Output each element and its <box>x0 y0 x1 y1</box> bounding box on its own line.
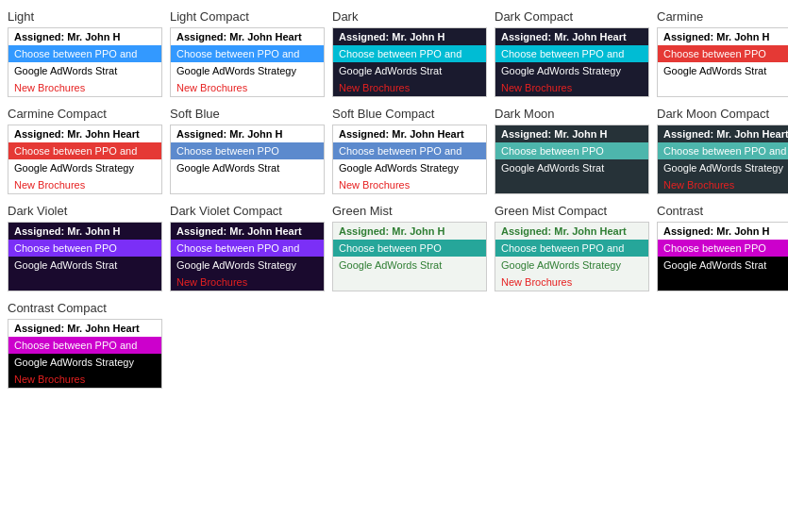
theme-title: Contrast <box>657 202 788 220</box>
preview-row-normal: Google AdWords Strat <box>658 62 788 79</box>
theme-preview: Assigned: Mr. John HChoose between PPOGo… <box>332 222 487 291</box>
theme-block-green-mist[interactable]: Green MistAssigned: Mr. John HChoose bet… <box>332 202 487 291</box>
preview-row-selected: Choose between PPO <box>8 240 161 257</box>
theme-preview: Assigned: Mr. John HeartChoose between P… <box>495 27 649 97</box>
preview-row-assigned: Assigned: Mr. John Heart <box>8 320 161 337</box>
theme-preview: Assigned: Mr. John HeartChoose between P… <box>332 125 487 194</box>
preview-row-normal: Google AdWords Strat <box>8 62 161 79</box>
preview-row-assigned: Assigned: Mr. John H <box>658 223 788 240</box>
theme-block-dark-violet-compact[interactable]: Dark Violet CompactAssigned: Mr. John He… <box>170 202 325 291</box>
preview-row-assigned: Assigned: Mr. John H <box>171 125 324 142</box>
preview-row-assigned: Assigned: Mr. John H <box>333 28 486 45</box>
preview-row-selected: Choose between PPO and <box>333 45 486 62</box>
theme-preview: Assigned: Mr. John HeartChoose between P… <box>170 222 325 291</box>
preview-row-selected: Choose between PPO <box>495 142 648 159</box>
preview-row-normal: Google AdWords Strat <box>171 159 324 176</box>
theme-preview: Assigned: Mr. John HChoose between PPOGo… <box>657 27 788 97</box>
theme-title: Light <box>8 8 162 25</box>
preview-row-selected: Choose between PPO and <box>333 142 486 159</box>
preview-row-normal: New Brochures <box>333 176 486 193</box>
preview-row-assigned: Assigned: Mr. John H <box>495 125 648 142</box>
preview-row-assigned: Assigned: Mr. John Heart <box>8 125 161 142</box>
preview-row-selected: Choose between PPO and <box>8 142 161 159</box>
preview-row-assigned: Assigned: Mr. John Heart <box>171 223 324 240</box>
preview-row-normal: Google AdWords Strat <box>495 159 648 176</box>
preview-row-normal: Google AdWords Strat <box>333 62 486 79</box>
theme-block-contrast[interactable]: ContrastAssigned: Mr. John HChoose betwe… <box>657 202 788 291</box>
preview-row-normal: Google AdWords Strategy <box>333 159 486 176</box>
preview-row-assigned: Assigned: Mr. John Heart <box>171 28 324 45</box>
theme-block-dark-violet[interactable]: Dark VioletAssigned: Mr. John HChoose be… <box>8 202 162 291</box>
preview-row-selected: Choose between PPO and <box>8 337 161 354</box>
theme-block-light-compact[interactable]: Light CompactAssigned: Mr. John HeartCho… <box>170 8 325 97</box>
theme-title: Carmine <box>657 8 788 25</box>
theme-block-dark-moon-compact[interactable]: Dark Moon CompactAssigned: Mr. John Hear… <box>657 105 788 194</box>
theme-block-contrast-compact[interactable]: Contrast CompactAssigned: Mr. John Heart… <box>8 299 162 389</box>
preview-row-assigned: Assigned: Mr. John Heart <box>495 28 648 45</box>
preview-row-assigned: Assigned: Mr. John H <box>8 28 161 45</box>
theme-preview: Assigned: Mr. John HeartChoose between P… <box>8 125 162 194</box>
theme-block-dark[interactable]: DarkAssigned: Mr. John HChoose between P… <box>332 8 487 97</box>
theme-title: Dark Compact <box>495 8 649 25</box>
theme-block-dark-compact[interactable]: Dark CompactAssigned: Mr. John HeartChoo… <box>495 8 649 97</box>
theme-preview: Assigned: Mr. John HeartChoose between P… <box>657 125 788 194</box>
theme-preview: Assigned: Mr. John HChoose between PPOGo… <box>8 222 162 291</box>
theme-block-dark-moon[interactable]: Dark MoonAssigned: Mr. John HChoose betw… <box>495 105 649 194</box>
theme-title: Green Mist <box>332 202 487 220</box>
preview-row-normal: Google AdWords Strategy <box>658 159 788 176</box>
preview-row-selected: Choose between PPO and <box>171 240 324 257</box>
preview-row-normal: New Brochures <box>171 274 324 291</box>
theme-block-soft-blue-compact[interactable]: Soft Blue CompactAssigned: Mr. John Hear… <box>332 105 487 194</box>
preview-row-normal: Google AdWords Strat <box>333 257 486 274</box>
theme-block-carmine[interactable]: CarmineAssigned: Mr. John HChoose betwee… <box>657 8 788 97</box>
preview-row-normal: New Brochures <box>171 79 324 96</box>
theme-title: Soft Blue Compact <box>332 105 487 123</box>
preview-row-normal: Google AdWords Strategy <box>495 257 648 274</box>
preview-row-normal: New Brochures <box>658 176 788 193</box>
preview-row-normal: Google AdWords Strategy <box>495 62 648 79</box>
preview-row-normal: Google AdWords Strategy <box>171 257 324 274</box>
theme-preview: Assigned: Mr. John HChoose between PPOGo… <box>657 222 788 291</box>
preview-row-assigned: Assigned: Mr. John H <box>8 223 161 240</box>
preview-row-selected: Choose between PPO and <box>8 45 161 62</box>
preview-row-selected: Choose between PPO and <box>495 240 648 257</box>
preview-row-selected: Choose between PPO and <box>495 45 648 62</box>
theme-title: Green Mist Compact <box>495 202 649 220</box>
theme-preview: Assigned: Mr. John HeartChoose between P… <box>495 222 649 291</box>
preview-row-selected: Choose between PPO and <box>658 142 788 159</box>
theme-title: Carmine Compact <box>8 105 162 123</box>
theme-title: Soft Blue <box>170 105 325 123</box>
preview-row-assigned: Assigned: Mr. John Heart <box>658 125 788 142</box>
theme-preview: Assigned: Mr. John HChoose between PPOGo… <box>170 125 325 194</box>
preview-row-assigned: Assigned: Mr. John H <box>658 28 788 45</box>
preview-row-assigned: Assigned: Mr. John Heart <box>333 125 486 142</box>
theme-preview: Assigned: Mr. John HChoose between PPOGo… <box>495 125 649 194</box>
themes-grid: LightAssigned: Mr. John HChoose between … <box>8 8 780 389</box>
theme-preview: Assigned: Mr. John HChoose between PPO a… <box>332 27 487 97</box>
theme-preview: Assigned: Mr. John HeartChoose between P… <box>170 27 325 97</box>
preview-row-selected: Choose between PPO <box>658 45 788 62</box>
theme-block-carmine-compact[interactable]: Carmine CompactAssigned: Mr. John HeartC… <box>8 105 162 194</box>
preview-row-normal: Google AdWords Strategy <box>171 62 324 79</box>
theme-title: Dark Moon Compact <box>657 105 788 123</box>
preview-row-normal: Google AdWords Strategy <box>8 159 161 176</box>
preview-row-normal: New Brochures <box>8 371 161 388</box>
preview-row-normal: New Brochures <box>495 274 648 291</box>
theme-block-green-mist-compact[interactable]: Green Mist CompactAssigned: Mr. John Hea… <box>495 202 649 291</box>
theme-block-soft-blue[interactable]: Soft BlueAssigned: Mr. John HChoose betw… <box>170 105 325 194</box>
theme-title: Dark Moon <box>495 105 649 123</box>
preview-row-selected: Choose between PPO <box>171 142 324 159</box>
theme-title: Dark Violet <box>8 202 162 220</box>
preview-row-normal: New Brochures <box>8 79 161 96</box>
preview-row-assigned: Assigned: Mr. John Heart <box>495 223 648 240</box>
theme-title: Contrast Compact <box>8 299 162 317</box>
theme-preview: Assigned: Mr. John HeartChoose between P… <box>8 319 162 389</box>
preview-row-normal: Google AdWords Strat <box>658 257 788 274</box>
preview-row-selected: Choose between PPO and <box>171 45 324 62</box>
preview-row-assigned: Assigned: Mr. John H <box>333 223 486 240</box>
theme-title: Dark <box>332 8 487 25</box>
preview-row-normal: New Brochures <box>333 79 486 96</box>
theme-block-light[interactable]: LightAssigned: Mr. John HChoose between … <box>8 8 162 97</box>
theme-title: Dark Violet Compact <box>170 202 325 220</box>
preview-row-normal: New Brochures <box>8 176 161 193</box>
